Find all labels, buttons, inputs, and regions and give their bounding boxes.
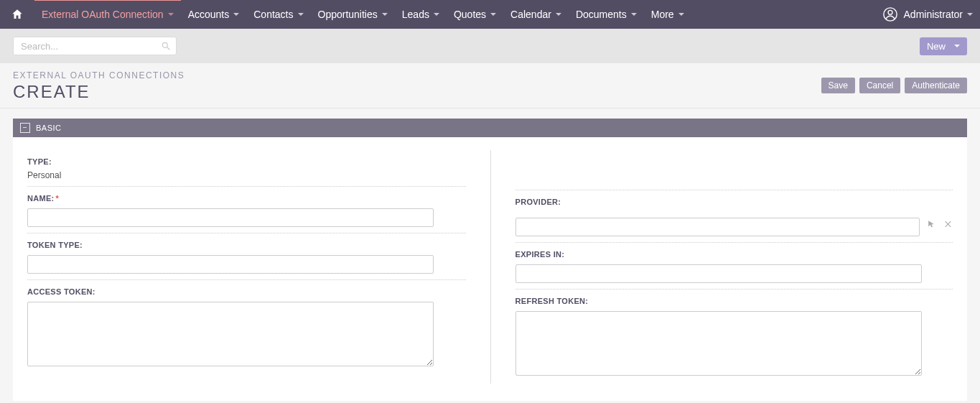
svg-point-1 [888,10,892,14]
field-refresh-token: REFRESH TOKEN: [515,289,953,384]
save-button[interactable]: Save [821,78,855,93]
nav-quotes[interactable]: Quotes [447,0,503,29]
nav-external-oauth-connection[interactable]: External OAuth Connection [34,0,181,29]
nav-label: Documents [576,9,627,20]
field-access-token: ACCESS TOKEN: [27,280,466,374]
field-provider: PROVIDER: [515,190,953,243]
user-icon [882,6,898,22]
chevron-down-icon [233,13,239,16]
panel-title: BASIC [36,124,62,132]
panel-header: − BASIC [13,119,967,137]
nav-label: Calendar [510,9,551,20]
nav-label: Accounts [188,9,230,20]
name-input[interactable] [27,208,434,227]
svg-point-2 [162,42,167,47]
new-button-label: New [927,41,946,52]
nav-label: External OAuth Connection [42,9,164,20]
chevron-down-icon [954,45,960,47]
search-icon [161,41,171,51]
nav-label: Contacts [253,9,293,20]
nav-user-label: Administrator [904,9,963,20]
type-value: Personal [27,170,466,180]
required-marker: * [56,194,60,203]
field-token-type: TOKEN TYPE: [27,233,466,280]
access-token-input[interactable] [27,302,434,366]
nav-label: Leads [402,9,429,20]
refresh-token-input[interactable] [515,311,922,376]
chevron-down-icon [967,13,973,16]
nav-opportunities[interactable]: Opportunities [311,0,395,29]
field-name: NAME:* [27,187,466,233]
collapse-toggle[interactable]: − [20,123,30,133]
nav-label: Opportunities [318,9,378,20]
field-label: TOKEN TYPE: [27,241,466,249]
toolbar: New [0,29,980,63]
chevron-down-icon [382,13,388,16]
chevron-down-icon [678,13,684,16]
page-header: EXTERNAL OAUTH CONNECTIONS CREATE Save C… [0,63,980,108]
nav-label: More [651,9,674,20]
nav-more[interactable]: More [644,0,691,29]
basic-panel: − BASIC TYPE: Personal NAME:* TOKEN TYPE… [13,119,967,401]
field-expires-in: EXPIRES IN: [515,243,953,289]
home-icon [11,8,24,21]
chevron-down-icon [631,13,637,16]
nav-accounts[interactable]: Accounts [181,0,247,29]
chevron-down-icon [434,13,439,16]
select-icon[interactable] [927,219,936,229]
nav-calendar[interactable]: Calendar [503,0,569,29]
field-spacer [515,150,953,190]
provider-input[interactable] [515,218,920,236]
nav-home[interactable] [0,0,34,29]
expires-in-input[interactable] [515,264,922,283]
nav-contacts[interactable]: Contacts [246,0,310,29]
chevron-down-icon [556,13,561,16]
chevron-down-icon [490,13,496,16]
new-button[interactable]: New [920,37,967,55]
cancel-button[interactable]: Cancel [859,78,900,93]
field-label: REFRESH TOKEN: [515,297,953,305]
authenticate-button[interactable]: Authenticate [905,78,967,93]
field-label: TYPE: [27,157,466,166]
field-type: TYPE: Personal [27,150,466,187]
nav-user-menu[interactable]: Administrator [875,0,980,29]
svg-line-3 [167,47,170,50]
field-label: EXPIRES IN: [515,250,953,259]
chevron-down-icon [168,13,174,16]
search-input[interactable] [13,37,177,55]
field-label: PROVIDER: [515,198,953,206]
nav-leads[interactable]: Leads [395,0,447,29]
nav-label: Quotes [454,9,486,20]
field-label: NAME: [27,194,55,203]
field-label: ACCESS TOKEN: [27,287,466,296]
clear-icon[interactable] [943,219,953,229]
top-navbar: External OAuth Connection Accounts Conta… [0,0,980,29]
nav-documents[interactable]: Documents [569,0,644,29]
chevron-down-icon [298,13,304,16]
token-type-input[interactable] [27,255,434,274]
